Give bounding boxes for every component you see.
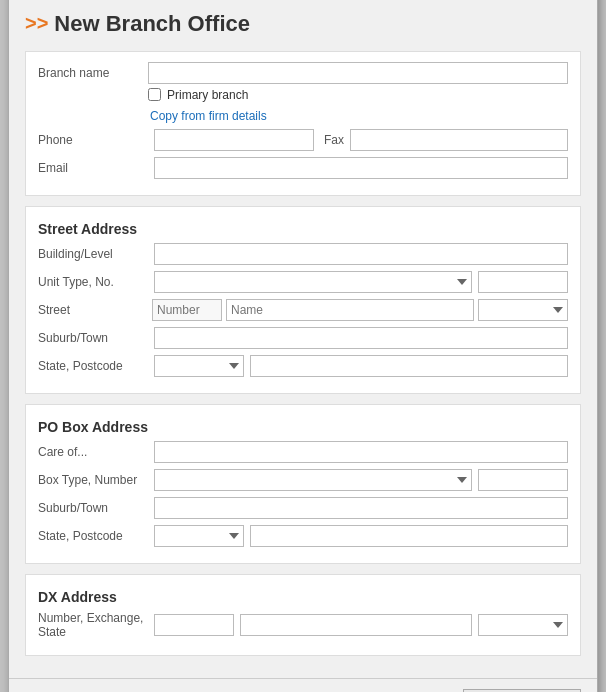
phone-label: Phone: [38, 133, 148, 147]
box-type-row: Box Type, Number: [38, 469, 568, 491]
form-content: >> New Branch Office Branch name Primary…: [9, 0, 597, 678]
care-of-label: Care of...: [38, 445, 148, 459]
page-title-row: >> New Branch Office: [25, 11, 581, 37]
unit-type-row: Unit Type, No.: [38, 271, 568, 293]
inline-options: Primary branch Copy from firm details: [38, 88, 568, 123]
street-label: Street: [38, 303, 148, 317]
fax-label: Fax: [324, 133, 344, 147]
po-suburb-town-label: Suburb/Town: [38, 501, 148, 515]
fax-input[interactable]: [350, 129, 568, 151]
box-no-input[interactable]: [478, 469, 568, 491]
state-select[interactable]: [154, 355, 244, 377]
dx-row: Number, Exchange, State: [38, 611, 568, 639]
create-branch-dialog: Create Branch Office × >> New Branch Off…: [8, 0, 598, 692]
box-type-label: Box Type, Number: [38, 473, 148, 487]
dx-address-section: DX Address Number, Exchange, State: [25, 574, 581, 656]
street-address-title: Street Address: [38, 221, 568, 237]
care-of-row: Care of...: [38, 441, 568, 463]
unit-no-input[interactable]: [478, 271, 568, 293]
postcode-input[interactable]: [250, 355, 568, 377]
suburb-town-label: Suburb/Town: [38, 331, 148, 345]
branch-name-label: Branch name: [38, 66, 148, 80]
state-postcode-row: State, Postcode: [38, 355, 568, 377]
branch-name-input[interactable]: [148, 62, 568, 84]
dx-label: Number, Exchange, State: [38, 611, 148, 639]
building-level-row: Building/Level: [38, 243, 568, 265]
email-input[interactable]: [154, 157, 568, 179]
primary-branch-label: Primary branch: [167, 88, 248, 102]
unit-type-label: Unit Type, No.: [38, 275, 148, 289]
email-row: Email: [38, 157, 568, 179]
phone-fax-row: Phone Fax: [38, 129, 568, 151]
care-of-input[interactable]: [154, 441, 568, 463]
po-state-postcode-row: State, Postcode: [38, 525, 568, 547]
suburb-town-row: Suburb/Town: [38, 327, 568, 349]
basic-info-section: Branch name Primary branch Copy from fir…: [25, 51, 581, 196]
chevron-icon: >>: [25, 12, 48, 35]
po-state-postcode-label: State, Postcode: [38, 529, 148, 543]
dx-number-input[interactable]: [154, 614, 234, 636]
po-suburb-town-row: Suburb/Town: [38, 497, 568, 519]
box-type-select[interactable]: [154, 469, 472, 491]
street-name-input[interactable]: [226, 299, 474, 321]
primary-branch-checkbox[interactable]: [148, 88, 161, 101]
dx-address-title: DX Address: [38, 589, 568, 605]
building-level-input[interactable]: [154, 243, 568, 265]
suburb-town-input[interactable]: [154, 327, 568, 349]
phone-input[interactable]: [154, 129, 314, 151]
branch-name-row: Branch name: [38, 62, 568, 84]
unit-type-select[interactable]: [154, 271, 472, 293]
street-address-section: Street Address Building/Level Unit Type,…: [25, 206, 581, 394]
email-label: Email: [38, 161, 148, 175]
copy-from-details-link[interactable]: Copy from firm details: [148, 109, 568, 123]
building-level-label: Building/Level: [38, 247, 148, 261]
page-title: New Branch Office: [54, 11, 250, 37]
footer: SAVE & CLOSE: [9, 678, 597, 693]
po-suburb-town-input[interactable]: [154, 497, 568, 519]
po-postcode-input[interactable]: [250, 525, 568, 547]
street-number-input[interactable]: [152, 299, 222, 321]
primary-branch-row: Primary branch: [148, 88, 568, 102]
save-close-button[interactable]: SAVE & CLOSE: [463, 689, 581, 693]
po-box-section: PO Box Address Care of... Box Type, Numb…: [25, 404, 581, 564]
dx-state-select[interactable]: [478, 614, 568, 636]
po-box-title: PO Box Address: [38, 419, 568, 435]
street-row: Street: [38, 299, 568, 321]
po-state-select[interactable]: [154, 525, 244, 547]
state-postcode-label: State, Postcode: [38, 359, 148, 373]
street-type-select[interactable]: [478, 299, 568, 321]
dx-exchange-input[interactable]: [240, 614, 472, 636]
